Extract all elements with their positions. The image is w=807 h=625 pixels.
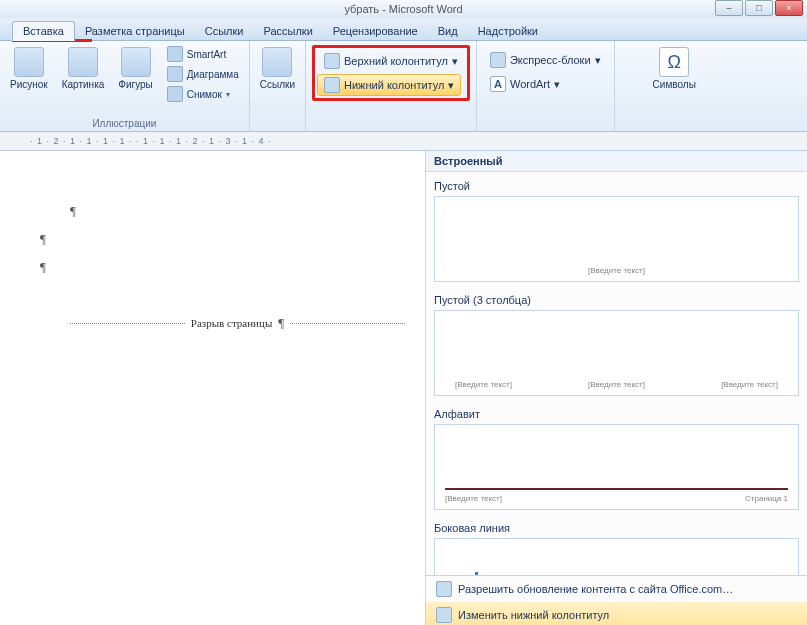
tab-view[interactable]: Вид: [428, 22, 468, 40]
gallery-cmd-office-update[interactable]: Разрешить обновление контента с сайта Of…: [426, 576, 807, 602]
document-canvas[interactable]: ¶ ¶ ¶ Разрыв страницы ¶: [0, 151, 425, 625]
side-bar-icon: [475, 572, 478, 575]
gallery-preview: [434, 538, 799, 575]
links-icon: [262, 47, 292, 77]
quickparts-icon: [490, 52, 506, 68]
insert-shapes-button[interactable]: Фигуры: [114, 45, 156, 103]
gallery-scroll[interactable]: Пустой [Введите текст] Пустой (3 столбца…: [426, 172, 807, 575]
group-label-illustrations: Иллюстрации: [92, 116, 156, 129]
chart-icon: [167, 66, 183, 82]
maximize-button[interactable]: □: [745, 0, 773, 16]
gallery-section-header: Встроенный: [426, 151, 807, 172]
divider-line: [445, 488, 788, 490]
tab-references[interactable]: Ссылки: [195, 22, 254, 40]
insert-links-label: Ссылки: [260, 79, 295, 90]
gallery-cmd-edit-footer[interactable]: Изменить нижний колонтитул: [426, 602, 807, 625]
clipart-icon: [68, 47, 98, 77]
pilcrow-icon: ¶: [40, 259, 46, 274]
footer-icon: [324, 77, 340, 93]
quick-parts-button[interactable]: Экспресс-блоки ▾: [483, 49, 608, 71]
insert-picture-label: Рисунок: [10, 79, 48, 90]
dropdown-arrow-icon: ▾: [452, 55, 458, 68]
gallery-preview: [Введите текст]: [434, 196, 799, 282]
dropdown-arrow-icon: ▾: [554, 78, 560, 91]
ribbon: Рисунок Картинка Фигуры SmartArt Диаграм…: [0, 41, 807, 132]
insert-smartart-button[interactable]: SmartArt: [163, 45, 230, 63]
dropdown-arrow-icon: ▾: [448, 79, 454, 92]
tab-addins[interactable]: Надстройки: [468, 22, 548, 40]
tab-insert[interactable]: Вставка: [12, 21, 75, 41]
pilcrow-icon: ¶: [278, 315, 284, 331]
tab-page-layout[interactable]: Разметка страницы: [75, 22, 195, 40]
annotation-red-box: Верхний колонтитул ▾ Нижний колонтитул ▾: [312, 45, 470, 101]
picture-icon: [14, 47, 44, 77]
gallery-item-blank-3col[interactable]: Пустой (3 столбца) [Введите текст] [Введ…: [434, 294, 799, 396]
gallery-item-alphabet[interactable]: Алфавит [Введите текст] Страница 1: [434, 408, 799, 510]
wordart-button[interactable]: A WordArt ▾: [483, 73, 567, 95]
gallery-item-blank[interactable]: Пустой [Введите текст]: [434, 180, 799, 282]
dropdown-arrow-icon: ▾: [595, 54, 601, 67]
gallery-item-sideline[interactable]: Боковая линия: [434, 522, 799, 575]
gallery-preview: [Введите текст] Страница 1: [434, 424, 799, 510]
insert-symbol-button[interactable]: Ω Символы: [649, 45, 700, 92]
gallery-footer: Разрешить обновление контента с сайта Of…: [426, 575, 807, 625]
screenshot-icon: [167, 86, 183, 102]
globe-icon: [436, 581, 452, 597]
footer-gallery-dropdown: Встроенный Пустой [Введите текст] Пустой…: [425, 151, 807, 625]
window-title: убрать - Microsoft Word: [344, 3, 462, 15]
insert-links-button[interactable]: Ссылки: [256, 45, 299, 92]
header-icon: [324, 53, 340, 69]
insert-clipart-label: Картинка: [62, 79, 105, 90]
omega-icon: Ω: [659, 47, 689, 77]
edit-footer-icon: [436, 607, 452, 623]
insert-picture-button[interactable]: Рисунок: [6, 45, 52, 103]
horizontal-ruler[interactable]: · 1 · 2 · 1 · 1 · 1 · 1 · · 1 · 1 · 1 · …: [0, 132, 807, 151]
smartart-icon: [167, 46, 183, 62]
misc-icon[interactable]: [621, 45, 637, 61]
dropdown-arrow-icon: ▾: [226, 90, 230, 99]
insert-screenshot-button[interactable]: Снимок▾: [163, 85, 234, 103]
insert-chart-button[interactable]: Диаграмма: [163, 65, 243, 83]
tab-review[interactable]: Рецензирование: [323, 22, 428, 40]
title-bar: убрать - Microsoft Word – □ ×: [0, 0, 807, 18]
close-button[interactable]: ×: [775, 0, 803, 16]
pilcrow-icon: ¶: [70, 203, 76, 218]
minimize-button[interactable]: –: [715, 0, 743, 16]
insert-shapes-label: Фигуры: [118, 79, 152, 90]
ribbon-tabs: Вставка Разметка страницы Ссылки Рассылк…: [0, 18, 807, 41]
tab-mailings[interactable]: Рассылки: [253, 22, 322, 40]
insert-clipart-button[interactable]: Картинка: [58, 45, 109, 103]
insert-symbol-label: Символы: [653, 79, 696, 90]
shapes-icon: [121, 47, 151, 77]
insert-footer-button[interactable]: Нижний колонтитул ▾: [317, 74, 461, 96]
page-break-marker: Разрыв страницы ¶: [70, 315, 405, 331]
wordart-icon: A: [490, 76, 506, 92]
insert-header-button[interactable]: Верхний колонтитул ▾: [317, 50, 465, 72]
pilcrow-icon: ¶: [40, 231, 46, 246]
gallery-preview: [Введите текст] [Введите текст] [Введите…: [434, 310, 799, 396]
